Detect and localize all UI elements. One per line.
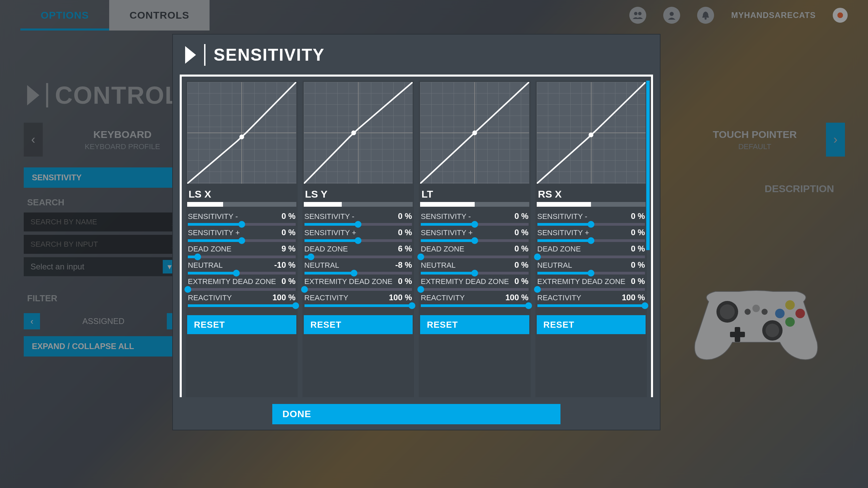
done-button[interactable]: DONE — [272, 404, 560, 424]
slider-sens_plus[interactable]: SENSITIVITY + 0 % — [421, 228, 529, 242]
slider-label: SENSITIVITY + — [537, 228, 589, 237]
axis-card: LS Y SENSITIVITY - 0 % SENSITIVITY + 0 % — [302, 81, 414, 397]
slider-label: REACTIVITY — [188, 293, 232, 302]
slider-dead_zone[interactable]: DEAD ZONE 9 % — [188, 244, 296, 258]
input-indicator — [420, 202, 529, 207]
slider-ext_dead[interactable]: EXTREMITY DEAD ZONE 0 % — [188, 277, 296, 291]
slider-label: SENSITIVITY + — [188, 228, 240, 237]
slider-value: 0 % — [398, 228, 412, 237]
slider-ext_dead[interactable]: EXTREMITY DEAD ZONE 0 % — [537, 277, 645, 291]
slider-label: SENSITIVITY + — [304, 228, 356, 237]
slider-sens_minus[interactable]: SENSITIVITY - 0 % — [188, 211, 296, 226]
slider-sens_plus[interactable]: SENSITIVITY + 0 % — [188, 228, 296, 242]
slider-value: 0 % — [514, 211, 528, 221]
slider-value: 0 % — [514, 277, 528, 286]
slider-reactivity[interactable]: REACTIVITY 100 % — [304, 293, 412, 307]
slider-value: 0 % — [631, 277, 645, 286]
slider-label: REACTIVITY — [421, 293, 465, 302]
slider-reactivity[interactable]: REACTIVITY 100 % — [537, 293, 645, 307]
slider-sens_minus[interactable]: SENSITIVITY - 0 % — [304, 211, 412, 226]
curve-graph[interactable] — [537, 82, 646, 184]
slider-label: SENSITIVITY + — [421, 228, 473, 237]
slider-label: SENSITIVITY - — [421, 212, 471, 221]
axis-card: LS X SENSITIVITY - 0 % SENSITIVITY + 0 % — [186, 81, 298, 397]
slider-value: 0 % — [631, 260, 645, 270]
curve-graph[interactable] — [187, 82, 296, 184]
sensitivity-modal: SENSITIVITY LS X SENSITIVITY - 0 % — [172, 34, 660, 430]
input-indicator — [304, 202, 413, 207]
slider-label: DEAD ZONE — [188, 245, 231, 253]
slider-sens_plus[interactable]: SENSITIVITY + 0 % — [537, 228, 645, 242]
slider-dead_zone[interactable]: DEAD ZONE 6 % — [304, 244, 412, 258]
reset-button[interactable]: RESET — [420, 315, 529, 334]
slider-value: 9 % — [281, 244, 295, 253]
axis-name: LS X — [186, 185, 298, 201]
slider-sens_minus[interactable]: SENSITIVITY - 0 % — [537, 211, 645, 226]
slider-label: DEAD ZONE — [421, 245, 464, 253]
slider-label: EXTREMITY DEAD ZONE — [188, 277, 276, 286]
slider-label: REACTIVITY — [304, 293, 349, 302]
slider-label: EXTREMITY DEAD ZONE — [304, 277, 393, 286]
slider-label: REACTIVITY — [537, 293, 581, 302]
reset-button[interactable]: RESET — [187, 315, 296, 334]
slider-label: EXTREMITY DEAD ZONE — [421, 277, 509, 286]
slider-value: 0 % — [631, 228, 645, 237]
slider-value: 0 % — [398, 277, 412, 286]
slider-value: 100 % — [272, 293, 295, 302]
axis-card: LT SENSITIVITY - 0 % SENSITIVITY + 0 % — [419, 81, 531, 397]
curve-graph[interactable] — [420, 82, 529, 184]
axis-name: LT — [419, 185, 531, 201]
modal-title: SENSITIVITY — [214, 45, 325, 65]
slider-reactivity[interactable]: REACTIVITY 100 % — [188, 293, 296, 307]
slider-value: -10 % — [274, 260, 296, 270]
modal-body: LS X SENSITIVITY - 0 % SENSITIVITY + 0 % — [180, 75, 653, 397]
reset-button[interactable]: RESET — [304, 315, 413, 334]
slider-label: SENSITIVITY - — [537, 212, 588, 221]
slider-label: DEAD ZONE — [304, 245, 348, 253]
axis-name: LS Y — [302, 185, 414, 201]
slider-dead_zone[interactable]: DEAD ZONE 0 % — [537, 244, 645, 258]
slider-value: 100 % — [622, 293, 645, 302]
slider-label: DEAD ZONE — [537, 245, 581, 253]
slider-value: 6 % — [398, 244, 412, 253]
slider-sens_minus[interactable]: SENSITIVITY - 0 % — [421, 211, 529, 226]
slider-neutral[interactable]: NEUTRAL -8 % — [304, 260, 412, 274]
input-indicator — [187, 202, 296, 207]
slider-sens_plus[interactable]: SENSITIVITY + 0 % — [304, 228, 412, 242]
slider-value: -8 % — [395, 260, 412, 270]
slider-reactivity[interactable]: REACTIVITY 100 % — [421, 293, 529, 307]
slider-label: SENSITIVITY - — [188, 212, 238, 221]
slider-value: 0 % — [281, 228, 295, 237]
slider-label: NEUTRAL — [537, 261, 572, 270]
slider-neutral[interactable]: NEUTRAL 0 % — [537, 260, 645, 274]
slider-ext_dead[interactable]: EXTREMITY DEAD ZONE 0 % — [421, 277, 529, 291]
slider-value: 100 % — [505, 293, 528, 302]
slider-label: NEUTRAL — [421, 261, 456, 270]
axis-card: RS X SENSITIVITY - 0 % SENSITIVITY + 0 % — [535, 81, 647, 397]
slider-neutral[interactable]: NEUTRAL -10 % — [188, 260, 296, 274]
slider-value: 0 % — [514, 244, 528, 253]
slider-dead_zone[interactable]: DEAD ZONE 0 % — [421, 244, 529, 258]
slider-label: SENSITIVITY - — [304, 212, 355, 221]
slider-value: 0 % — [514, 228, 528, 237]
reset-button[interactable]: RESET — [537, 315, 646, 334]
slider-value: 0 % — [514, 260, 528, 270]
scrollbar[interactable] — [646, 81, 650, 250]
input-indicator — [537, 202, 646, 207]
curve-graph[interactable] — [304, 82, 413, 184]
slider-label: NEUTRAL — [304, 261, 339, 270]
axis-name: RS X — [535, 185, 647, 201]
slider-value: 0 % — [398, 211, 412, 221]
slider-value: 100 % — [389, 293, 412, 302]
slider-label: EXTREMITY DEAD ZONE — [537, 277, 626, 286]
slider-neutral[interactable]: NEUTRAL 0 % — [421, 260, 529, 274]
chevron-right-icon — [185, 46, 196, 64]
slider-ext_dead[interactable]: EXTREMITY DEAD ZONE 0 % — [304, 277, 412, 291]
slider-value: 0 % — [281, 211, 295, 221]
slider-value: 0 % — [631, 244, 645, 253]
slider-value: 0 % — [631, 211, 645, 221]
slider-label: NEUTRAL — [188, 261, 223, 270]
slider-value: 0 % — [281, 277, 295, 286]
